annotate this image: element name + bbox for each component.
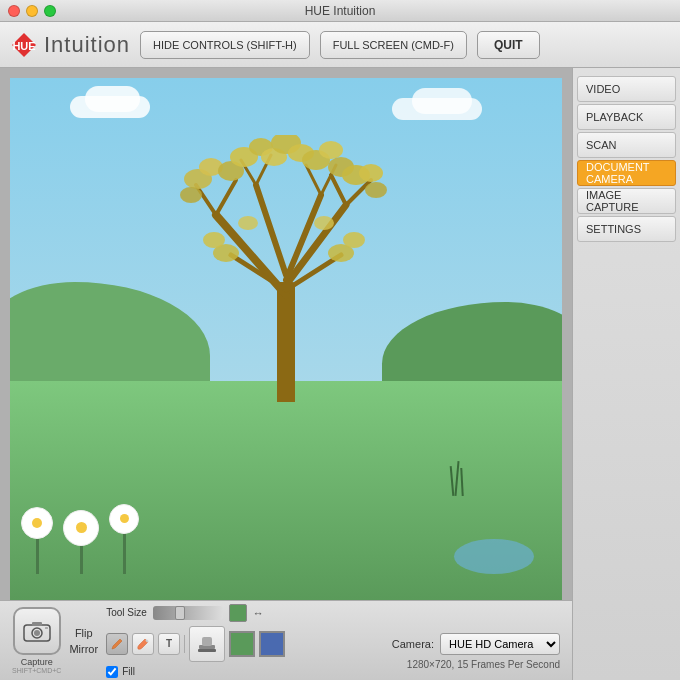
- stamp-icon: [196, 633, 218, 655]
- sidebar-item-image-capture[interactable]: IMAGE CAPTURE: [577, 188, 676, 214]
- flower-head-2: [63, 510, 99, 546]
- sidebar-item-video[interactable]: VIDEO: [577, 76, 676, 102]
- sidebar-item-document-camera[interactable]: DOCUMENT CAMERA: [577, 160, 676, 186]
- hide-controls-button[interactable]: HIDE CONTROLS (SHIFT-H): [140, 31, 310, 59]
- tool-size-slider[interactable]: [153, 606, 223, 620]
- flip-mirror-controls: Flip Mirror: [69, 627, 98, 655]
- svg-point-36: [238, 216, 258, 230]
- capture-button[interactable]: [13, 607, 61, 655]
- sidebar-item-image-capture-label: IMAGE CAPTURE: [586, 189, 667, 213]
- mirror-button[interactable]: Mirror: [69, 643, 98, 655]
- camera-section: Camera: HUE HD Camera 1280×720, 15 Frame…: [392, 633, 560, 670]
- size-preview-box: [229, 604, 247, 622]
- flower-head-3: [109, 504, 139, 534]
- svg-text:HUE: HUE: [12, 40, 35, 52]
- camera-icon: [23, 620, 51, 642]
- bottom-toolbar: Capture SHIFT+CMD+C Flip Mirror Tool Siz…: [0, 600, 572, 680]
- pencil-icon: [111, 638, 123, 650]
- brush-tool-button[interactable]: [132, 633, 154, 655]
- pencil-tool-button[interactable]: [106, 633, 128, 655]
- sidebar-item-scan-label: SCAN: [586, 139, 617, 151]
- capture-button-container: Capture SHIFT+CMD+C: [12, 607, 61, 674]
- text-tool-button[interactable]: T: [158, 633, 180, 655]
- svg-line-43: [146, 640, 148, 642]
- quit-button[interactable]: QUIT: [477, 31, 540, 59]
- sidebar-item-settings[interactable]: SETTINGS: [577, 216, 676, 242]
- window-controls: [8, 5, 56, 17]
- close-button[interactable]: [8, 5, 20, 17]
- tree-svg: [176, 135, 396, 365]
- titlebar: HUE Intuition: [0, 0, 680, 22]
- color-boxes: [229, 631, 285, 657]
- scene-display: [10, 78, 562, 600]
- logo-text: Intuition: [44, 32, 130, 58]
- tool-buttons-row: T: [106, 626, 285, 662]
- cloud-right-top: [412, 88, 472, 114]
- toolbar: HUE Intuition HIDE CONTROLS (SHIFT-H) FU…: [0, 22, 680, 68]
- fill-label: Fill: [122, 666, 135, 677]
- brush-icon: [137, 638, 149, 650]
- svg-point-27: [319, 141, 343, 159]
- svg-point-40: [34, 630, 40, 636]
- capture-shortcut: SHIFT+CMD+C: [12, 667, 61, 674]
- logo: HUE Intuition: [10, 31, 130, 59]
- color-box-blue[interactable]: [259, 631, 285, 657]
- fill-checkbox[interactable]: [106, 666, 118, 678]
- sidebar: VIDEO PLAYBACK SCAN DOCUMENT CAMERA IMAG…: [572, 68, 680, 680]
- svg-point-20: [180, 187, 202, 203]
- text-icon: T: [166, 638, 172, 649]
- sidebar-item-settings-label: SETTINGS: [586, 223, 641, 235]
- flower-head-1: [21, 507, 53, 539]
- tool-size-row: Tool Size ↔: [106, 604, 285, 622]
- hue-logo-icon: HUE: [10, 31, 38, 59]
- svg-rect-46: [198, 649, 216, 652]
- video-feed: [10, 78, 562, 600]
- capture-text: Capture: [12, 657, 61, 667]
- sidebar-item-playback[interactable]: PLAYBACK: [577, 104, 676, 130]
- tool-size-label: Tool Size: [106, 607, 147, 618]
- flip-button[interactable]: Flip: [75, 627, 93, 639]
- frame-rate-label: 1280×720, 15 Frames Per Second: [407, 659, 560, 670]
- svg-point-31: [365, 182, 387, 198]
- window-title: HUE Intuition: [305, 4, 376, 18]
- stamp-tool-button[interactable]: [189, 626, 225, 662]
- minimize-button[interactable]: [26, 5, 38, 17]
- svg-rect-41: [32, 622, 42, 626]
- flower-2: [63, 510, 99, 574]
- main-area: Capture SHIFT+CMD+C Flip Mirror Tool Siz…: [0, 68, 680, 680]
- svg-rect-42: [45, 627, 48, 629]
- fullscreen-button[interactable]: FULL SCREEN (CMD-F): [320, 31, 467, 59]
- camera-area: Capture SHIFT+CMD+C Flip Mirror Tool Siz…: [0, 68, 572, 680]
- color-box-green[interactable]: [229, 631, 255, 657]
- flower-1: [21, 507, 53, 574]
- sidebar-item-document-camera-label: DOCUMENT CAMERA: [586, 161, 667, 185]
- maximize-button[interactable]: [44, 5, 56, 17]
- grass-stems: [451, 461, 463, 496]
- cloud-left-top: [85, 86, 140, 112]
- flower-3: [109, 504, 139, 574]
- svg-point-30: [359, 164, 383, 182]
- sidebar-item-playback-label: PLAYBACK: [586, 111, 643, 123]
- svg-line-10: [216, 180, 236, 215]
- svg-point-35: [343, 232, 365, 248]
- sidebar-item-video-label: VIDEO: [586, 83, 620, 95]
- svg-point-33: [203, 232, 225, 248]
- camera-label: Camera:: [392, 638, 434, 650]
- svg-rect-45: [202, 637, 212, 646]
- camera-select[interactable]: HUE HD Camera: [440, 633, 560, 655]
- tools-section: Tool Size ↔: [106, 604, 285, 678]
- pond: [454, 539, 534, 574]
- camera-row: Camera: HUE HD Camera: [392, 633, 560, 655]
- resize-icon: ↔: [253, 607, 264, 619]
- tool-divider: [184, 635, 185, 653]
- svg-point-37: [314, 216, 334, 230]
- capture-label: Capture SHIFT+CMD+C: [12, 657, 61, 674]
- sidebar-item-scan[interactable]: SCAN: [577, 132, 676, 158]
- fill-row: Fill: [106, 666, 285, 678]
- flowers-group: [21, 504, 139, 574]
